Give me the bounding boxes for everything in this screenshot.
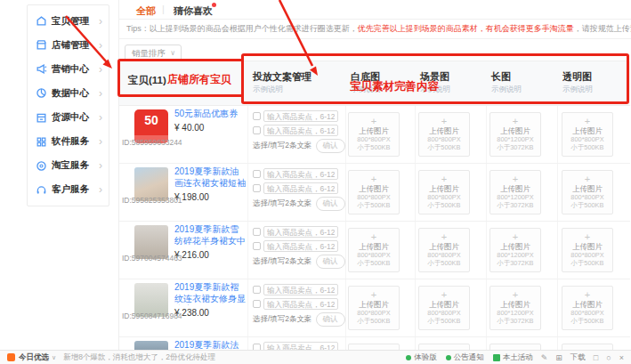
bottom-status-bar: 今日优选 ∨ 新增8个爆款，消耗也增大了，2份优化待处理 体验版 公告通知 本土… (0, 350, 631, 364)
example-link[interactable]: 示例说明 (420, 85, 450, 95)
sort-label: 销量排序 (132, 48, 166, 58)
sidebar-item-label: 软件服务 (52, 135, 99, 148)
quick-link-activity[interactable]: 本土活动 (493, 352, 533, 363)
quick-link-announcement[interactable]: 公告通知 (446, 352, 484, 363)
upload-limit: 小于3072KB (492, 317, 538, 324)
checkbox[interactable] (253, 112, 261, 120)
product-title-link[interactable]: 2019夏季新款油画连衣裙女裙短袖T恤中长款 (174, 166, 246, 190)
upload-label: 上传图片 (490, 242, 540, 251)
upload-limit: 小于500KB (351, 201, 397, 208)
upload-limit: 小于3072KB (492, 143, 538, 150)
tab-all[interactable]: 全部 (136, 4, 156, 18)
product-title-link[interactable]: 50元新品优惠券 (174, 109, 246, 120)
sort-dropdown[interactable]: 销量排序 ∨ (125, 44, 182, 62)
window-icon[interactable]: □ (594, 353, 598, 362)
sidebar-item-supply-center[interactable]: 货源中心 › (28, 106, 109, 129)
selling-point-input[interactable] (263, 240, 338, 252)
upload-tile-white-bg[interactable]: +上传图片800*800PX小于500KB (348, 170, 400, 214)
upload-size: 800*800PX (351, 251, 397, 258)
confirm-button[interactable]: 确认 (316, 197, 345, 211)
tab-guess-you-like[interactable]: 猜你喜欢 (174, 4, 213, 18)
upload-tile-long[interactable]: +上传图片800*1200PX小于3072KB (489, 112, 541, 157)
checkbox[interactable] (253, 126, 261, 134)
example-link[interactable]: 示例说明 (562, 85, 593, 95)
upload-tile-long[interactable]: +上传图片800*1200PX小于3072KB (489, 286, 541, 330)
confirm-button[interactable]: 确认 (316, 255, 345, 269)
chevron-right-icon: › (99, 41, 102, 50)
tab-bar: 全部 | 猜你喜欢 (119, 0, 631, 20)
promo-label[interactable]: 今日优选 (19, 352, 49, 363)
selling-point-input[interactable] (263, 182, 338, 194)
upload-limit: 小于500KB (421, 201, 467, 208)
sidebar-item-customer-service[interactable]: 客户服务 › (28, 178, 109, 201)
close-icon[interactable]: × (619, 353, 624, 362)
download-link[interactable]: 下载 (570, 352, 586, 363)
column-header-scene: 场景图 (420, 70, 449, 84)
sidebar-item-label: 客户服务 (52, 183, 99, 196)
selling-point-input[interactable] (263, 226, 338, 238)
selling-point-input[interactable] (263, 168, 338, 180)
product-title-link[interactable]: 2019夏季新款褶纹连衣裙女修身显瘦小众网红 (174, 282, 246, 305)
example-link[interactable]: 示例说明 (253, 85, 283, 95)
product-price: ¥ 238.00 (174, 308, 246, 318)
checkbox[interactable] (253, 300, 261, 308)
upload-tile-white-bg[interactable]: +上传图片800*800PX小于500KB (348, 286, 400, 330)
column-header-long: 长图 (491, 70, 511, 84)
upload-size: 800*800PX (421, 309, 467, 316)
upload-tile-transparent[interactable]: +上传图片800*800PX小于500KB (562, 170, 613, 214)
checkbox[interactable] (253, 170, 261, 178)
chevron-right-icon: › (99, 65, 102, 74)
upload-tile-white-bg[interactable]: +上传图片800*800PX小于500KB (348, 112, 400, 157)
sidebar-item-marketing[interactable]: 营销中心 › (28, 58, 109, 81)
upload-tile-transparent[interactable]: +上传图片800*800PX小于500KB (562, 112, 613, 157)
product-title-link[interactable]: 2019夏季新款雪纺碎花半身裙女中长款显瘦白 (174, 224, 246, 247)
sidebar-item-item-manage[interactable]: 宝贝管理 › (28, 10, 109, 33)
product-material-table: 宝贝(11) 投放文案管理 示例说明 白底图 示例说明 场景图 示例说明 长图 … (118, 61, 629, 364)
upload-size: 800*1200PX (492, 135, 538, 142)
upload-tile-long[interactable]: +上传图片800*1200PX小于3072KB (489, 228, 541, 272)
sidebar-item-shop-manage[interactable]: 店铺管理 › (28, 34, 109, 57)
upload-label: 上传图片 (349, 242, 399, 251)
upload-size: 800*800PX (421, 251, 467, 258)
upload-tile-scene[interactable]: +上传图片800*800PX小于500KB (418, 170, 470, 214)
selling-point-input[interactable] (263, 298, 338, 310)
checkbox[interactable] (253, 228, 261, 236)
example-link[interactable]: 示例说明 (491, 85, 522, 95)
selling-point-input[interactable] (263, 125, 338, 136)
selling-point-input[interactable] (263, 284, 338, 295)
edit-icon[interactable]: ✎ (541, 353, 548, 362)
plus-icon: + (562, 290, 612, 300)
chevron-down-icon[interactable]: ∨ (52, 354, 56, 361)
column-header-transparent: 透明图 (562, 70, 592, 84)
checkbox[interactable] (253, 242, 261, 250)
sidebar-item-taobao-service[interactable]: 淘宝服务 › (28, 154, 109, 177)
record-icon[interactable]: ○ (606, 353, 611, 362)
confirm-button[interactable]: 确认 (316, 312, 345, 327)
grid-icon[interactable]: ⊞ (555, 353, 562, 362)
selling-point-input[interactable] (263, 110, 338, 122)
example-link[interactable]: 示例说明 (351, 85, 381, 95)
checkbox[interactable] (253, 286, 261, 294)
upload-label: 上传图片 (490, 184, 540, 193)
checkbox[interactable] (253, 184, 261, 192)
upload-tile-white-bg[interactable]: +上传图片800*800PX小于500KB (348, 228, 400, 272)
upload-limit: 小于500KB (351, 317, 397, 324)
upload-tile-transparent[interactable]: +上传图片800*800PX小于500KB (562, 228, 613, 272)
plus-icon: + (349, 174, 399, 184)
quick-link-trial[interactable]: 体验版 (406, 352, 437, 363)
upload-tile-transparent[interactable]: +上传图片800*800PX小于500KB (562, 286, 613, 330)
sidebar-item-data-center[interactable]: 数据中心 › (28, 82, 109, 105)
upload-tile-scene[interactable]: +上传图片800*800PX小于500KB (418, 228, 470, 272)
sidebar-item-label: 宝贝管理 (52, 15, 99, 28)
upload-tile-scene[interactable]: +上传图片800*800PX小于500KB (418, 286, 470, 330)
confirm-button[interactable]: 确认 (316, 139, 345, 153)
coupon-value: 50 (134, 109, 168, 131)
upload-size: 800*800PX (564, 309, 611, 316)
upload-tile-scene[interactable]: +上传图片800*800PX小于500KB (418, 112, 470, 157)
tab-divider: | (162, 4, 165, 14)
upload-limit: 小于500KB (564, 317, 611, 324)
upload-size: 800*800PX (421, 193, 467, 200)
sidebar-item-software-service[interactable]: 软件服务 › (28, 130, 109, 153)
upload-label: 上传图片 (419, 242, 469, 251)
upload-tile-long[interactable]: +上传图片800*1200PX小于3072KB (489, 170, 541, 214)
